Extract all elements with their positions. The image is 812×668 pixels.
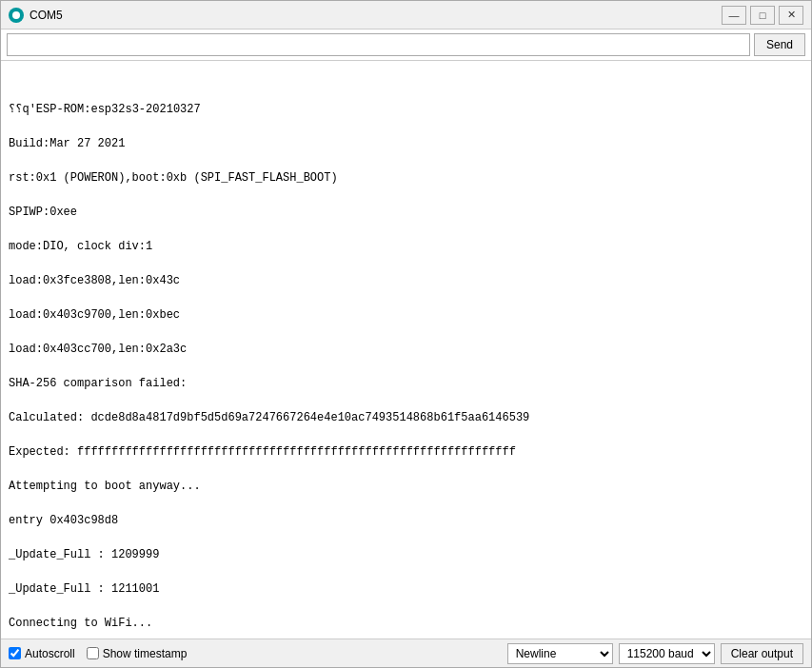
timestamp-label[interactable]: Show timestamp bbox=[87, 647, 188, 660]
arduino-icon bbox=[9, 8, 24, 23]
output-line: mode:DIO, clock div:1 bbox=[9, 238, 803, 255]
output-line: Attempting to boot anyway... bbox=[9, 478, 803, 495]
output-line: SHA-256 comparison failed: bbox=[9, 375, 803, 392]
autoscroll-label[interactable]: Autoscroll bbox=[9, 647, 75, 660]
output-line: SPIWP:0xee bbox=[9, 204, 803, 221]
status-right: Newline No line ending Carriage return B… bbox=[507, 643, 803, 664]
minimize-button[interactable]: — bbox=[722, 6, 746, 25]
output-line: load:0x3fce3808,len:0x43c bbox=[9, 272, 803, 289]
baud-dropdown[interactable]: 9600 baud 19200 baud 38400 baud 57600 ba… bbox=[619, 643, 715, 664]
main-window: COM5 — □ ✕ Send ⸮⸮q'ESP-ROM:esp32s3-2021… bbox=[0, 0, 812, 668]
title-bar: COM5 — □ ✕ bbox=[1, 1, 811, 29]
timestamp-checkbox[interactable] bbox=[87, 647, 99, 659]
output-line: load:0x403cc700,len:0x2a3c bbox=[9, 341, 803, 358]
output-line: rst:0x1 (POWERON),boot:0xb (SPI_FAST_FLA… bbox=[9, 169, 803, 187]
send-bar: Send bbox=[1, 29, 811, 61]
output-line: Build:Mar 27 2021 bbox=[9, 135, 803, 152]
output-line: _Update_Full : 1209999 bbox=[9, 546, 803, 563]
output-line: Connecting to WiFi... bbox=[9, 615, 803, 632]
timestamp-text: Show timestamp bbox=[103, 647, 188, 660]
send-button[interactable]: Send bbox=[754, 33, 805, 56]
autoscroll-checkbox[interactable] bbox=[9, 647, 21, 659]
output-line: entry 0x403c98d8 bbox=[9, 512, 803, 529]
maximize-button[interactable]: □ bbox=[750, 6, 775, 25]
serial-output: ⸮⸮q'ESP-ROM:esp32s3-20210327 Build:Mar 2… bbox=[1, 61, 811, 639]
output-line: load:0x403c9700,len:0xbec bbox=[9, 306, 803, 324]
serial-input[interactable] bbox=[7, 33, 750, 56]
title-bar-controls: — □ ✕ bbox=[722, 6, 803, 25]
clear-output-button[interactable]: Clear output bbox=[721, 643, 803, 664]
output-line: Calculated: dcde8d8a4817d9bf5d5d69a72476… bbox=[9, 409, 803, 426]
autoscroll-text: Autoscroll bbox=[25, 647, 75, 660]
window-title: COM5 bbox=[30, 9, 722, 22]
close-button[interactable]: ✕ bbox=[779, 6, 803, 25]
status-bar: Autoscroll Show timestamp Newline No lin… bbox=[1, 639, 811, 667]
output-line: Expected: ffffffffffffffffffffffffffffff… bbox=[9, 443, 803, 461]
newline-dropdown[interactable]: Newline No line ending Carriage return B… bbox=[507, 643, 613, 664]
output-line: ⸮⸮q'ESP-ROM:esp32s3-20210327 bbox=[9, 101, 803, 118]
output-line: _Update_Full : 1211001 bbox=[9, 580, 803, 598]
